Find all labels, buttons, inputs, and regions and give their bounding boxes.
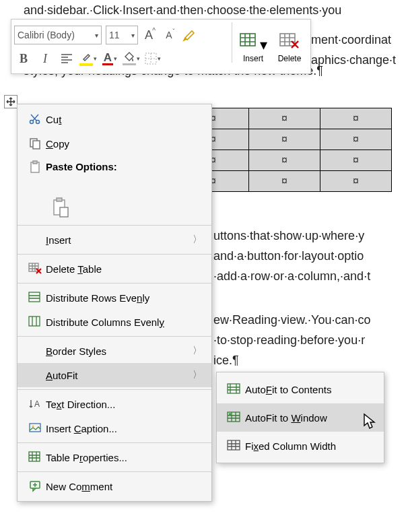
menu-copy[interactable]: Copy (18, 131, 211, 156)
scissors-icon (24, 113, 46, 125)
svg-rect-14 (29, 317, 40, 326)
picture-icon (24, 422, 46, 434)
menu-paste-options: Paste Options: (18, 156, 211, 193)
menu-text-direction[interactable]: A Text Direction... (18, 392, 211, 416)
table-move-handle[interactable] (4, 95, 18, 108)
distribute-cols-icon (24, 316, 46, 328)
insert-table-button[interactable]: ▾ Insert (235, 22, 271, 71)
font-color-button[interactable]: A▾ (100, 49, 119, 68)
svg-text:A: A (34, 399, 40, 409)
table-cell[interactable]: ¤ (320, 150, 392, 171)
doc-line: ·add·a·row·or·a·column,·and·t (213, 266, 370, 286)
menu-distribute-rows[interactable]: Distribute Rows Evenly (18, 286, 211, 310)
delete-table-button[interactable]: Delete (271, 22, 308, 71)
svg-point-17 (32, 426, 34, 428)
svg-rect-20 (228, 384, 240, 393)
table-cell[interactable]: ¤ (320, 108, 392, 129)
delete-label: Delete (278, 54, 302, 63)
doc-fragment: uttons·that·show·up·where·y and·a·button… (213, 226, 370, 286)
submenu-fixed-width[interactable]: Fixed Column Width (217, 432, 384, 460)
menu-separator (18, 471, 211, 472)
doc-line: ew·Reading·view.·You·can·co (213, 310, 371, 330)
clipboard-icon (24, 161, 46, 173)
svg-rect-18 (29, 452, 40, 461)
table-properties-icon (24, 451, 46, 463)
delete-table-icon (279, 30, 300, 54)
table-cell[interactable]: ¤ (249, 150, 320, 171)
font-size-value: 11 (109, 30, 120, 40)
autofit-window-icon (224, 411, 245, 424)
align-button[interactable] (57, 49, 76, 68)
toolbar-separator (232, 22, 232, 63)
menu-cut[interactable]: Cut (18, 107, 211, 131)
autofit-submenu: AutoFit to Contents AutoFit to Window Fi… (216, 372, 384, 463)
distribute-rows-icon (24, 292, 46, 304)
doc-fragment: ment·coordinat aphics·change·t (311, 30, 396, 70)
paste-option-keep-source[interactable] (18, 193, 211, 223)
menu-insert[interactable]: Insert 〉 (18, 228, 211, 252)
paste-clipboard-icon (50, 198, 71, 218)
bold-button[interactable]: B (14, 49, 33, 68)
doc-line: ice.¶ (213, 350, 371, 370)
menu-separator (18, 389, 211, 390)
insert-table-icon: ▾ (240, 30, 267, 54)
table-cell[interactable]: ¤ (320, 129, 392, 150)
doc-line: uttons·that·show·up·where·y (213, 226, 370, 246)
chevron-down-icon: ▾ (95, 32, 98, 39)
paste-options-label: Paste Options: (46, 161, 202, 172)
menu-separator (18, 442, 211, 443)
shading-button[interactable]: ▾ (122, 49, 141, 68)
menu-autofit[interactable]: AutoFit 〉 (18, 363, 211, 387)
submenu-arrow-icon: 〉 (193, 234, 202, 246)
table-context-menu: Cut Copy Paste Options: Insert 〉 Delete … (17, 104, 212, 502)
svg-rect-8 (33, 161, 37, 164)
submenu-autofit-window[interactable]: AutoFit to Window (217, 403, 384, 432)
svg-rect-11 (60, 207, 68, 217)
menu-insert-caption[interactable]: Insert Caption... (18, 416, 211, 440)
menu-separator (18, 283, 211, 284)
mini-toolbar: Calibri (Body) ▾ 11 ▾ A^ Aˇ B I (11, 19, 311, 74)
doc-fragment: ew·Reading·view.·You·can·co ·to·stop·rea… (213, 310, 371, 370)
submenu-arrow-icon: 〉 (193, 345, 202, 357)
grow-font-button[interactable]: A^ (139, 26, 158, 44)
menu-separator (18, 254, 211, 255)
menu-border-styles[interactable]: Border Styles 〉 (18, 339, 211, 363)
table-cell[interactable]: ¤ (249, 129, 320, 150)
text-direction-icon: A (24, 398, 46, 410)
table-cell[interactable]: ¤ (320, 171, 392, 192)
menu-distribute-cols[interactable]: Distribute Columns Evenly (18, 310, 211, 334)
svg-rect-2 (280, 34, 295, 46)
delete-table-icon (24, 263, 46, 275)
italic-button[interactable]: I (36, 49, 55, 68)
svg-rect-13 (29, 292, 40, 302)
svg-point-4 (36, 121, 40, 124)
submenu-autofit-contents[interactable]: AutoFit to Contents (217, 375, 384, 403)
table-cell[interactable]: ¤ (249, 108, 320, 129)
fixed-width-icon (224, 440, 245, 452)
svg-rect-23 (228, 440, 240, 450)
font-name-value: Calibri (Body) (18, 30, 75, 40)
doc-line: aphics·change·t (311, 50, 396, 70)
svg-rect-22 (229, 413, 231, 415)
format-painter-button[interactable] (180, 26, 199, 44)
borders-button[interactable]: ▾ (143, 49, 162, 68)
table-cell[interactable]: ¤ (249, 171, 320, 192)
menu-table-properties[interactable]: Table Properties... (18, 445, 211, 469)
menu-delete-table[interactable]: Delete Table (18, 257, 211, 281)
insert-label: Insert (243, 54, 263, 63)
doc-line: ment·coordinat (311, 30, 396, 50)
chevron-down-icon: ▾ (131, 32, 135, 39)
font-name-select[interactable]: Calibri (Body) ▾ (14, 26, 102, 44)
highlight-button[interactable]: ▾ (79, 49, 98, 68)
shrink-font-button[interactable]: Aˇ (160, 26, 178, 44)
font-size-select[interactable]: 11 ▾ (106, 26, 138, 44)
svg-point-3 (30, 121, 34, 124)
copy-icon (24, 137, 46, 149)
svg-rect-10 (57, 198, 62, 201)
menu-separator (18, 225, 211, 226)
menu-new-comment[interactable]: New Comment (18, 474, 211, 498)
menu-separator (18, 336, 211, 337)
autofit-contents-icon (224, 383, 245, 395)
svg-rect-6 (33, 141, 40, 149)
submenu-arrow-icon: 〉 (193, 369, 202, 381)
